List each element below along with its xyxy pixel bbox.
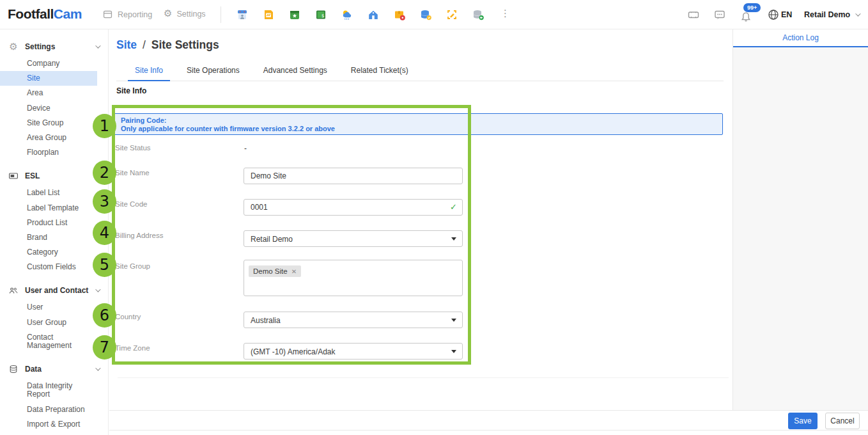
time-zone-value: (GMT -10) America/Adak	[251, 347, 335, 356]
site-group-tag: Demo Site ✕	[249, 265, 301, 277]
sidebar-header-user-contact[interactable]: User and Contact	[0, 281, 108, 300]
caret-down-icon	[451, 319, 456, 322]
pairing-code-notice-title: Pairing Code:	[121, 116, 716, 125]
footfallcam-logo[interactable]: FootfallCam	[8, 6, 82, 22]
package-icon[interactable]	[393, 8, 406, 21]
chat-icon[interactable]	[713, 8, 726, 21]
sidebar-item-floorplan[interactable]: Floorplan	[0, 145, 97, 160]
caret-down-icon	[451, 237, 456, 241]
chevron-down-icon	[95, 43, 100, 48]
sidebar-header-settings[interactable]: ⚙ Settings	[0, 37, 108, 56]
site-group-label: Site Group	[115, 262, 150, 270]
image-dollar-icon[interactable]: $	[314, 8, 327, 21]
annotation-circle-1: 1	[93, 114, 116, 138]
cancel-button[interactable]: Cancel	[825, 413, 860, 429]
site-group-tag-label: Demo Site	[253, 267, 288, 275]
top-bar: FootfallCam Reporting ⚙ Settings $ ⋮ 99+…	[0, 0, 868, 29]
sidebar-header-data[interactable]: Data	[0, 360, 108, 379]
sidebar-item-site[interactable]: Site	[0, 71, 97, 86]
sidebar-item-data-preparation[interactable]: Data Preparation	[0, 402, 97, 417]
calendar-icon[interactable]	[288, 8, 301, 21]
tab-related-tickets[interactable]: Related Ticket(s)	[344, 61, 415, 81]
globe-icon[interactable]	[767, 8, 780, 21]
section-title-site-info: Site Info	[116, 86, 146, 95]
annotation-circle-6: 6	[93, 303, 116, 328]
ticket-icon[interactable]	[687, 8, 700, 21]
label-icon	[8, 171, 19, 181]
database-icon	[8, 364, 19, 374]
breadcrumb-separator: /	[140, 38, 148, 51]
site-code-label: Site Code	[115, 200, 148, 208]
sidebar-header-label: User and Contact	[25, 286, 88, 295]
nav-settings[interactable]: ⚙ Settings	[164, 9, 206, 19]
sidebar-section-esl: ESL Label List Label Template Product Li…	[0, 166, 108, 274]
sidebar-header-esl[interactable]: ESL	[0, 166, 108, 186]
sidebar-item-category[interactable]: Category	[0, 245, 97, 260]
caret-down-icon	[451, 350, 456, 353]
country-select[interactable]: Australia	[244, 312, 463, 328]
time-zone-label: Time Zone	[115, 344, 150, 352]
reporting-icon	[102, 9, 113, 20]
sidebar-section-settings: ⚙ Settings Company Site Area Device Site…	[0, 37, 108, 160]
sidebar-item-label-list[interactable]: Label List	[0, 186, 97, 200]
sidebar-item-data-integrity-report[interactable]: Data Integrity Report	[0, 379, 97, 402]
language-selector[interactable]: EN	[781, 10, 792, 19]
annotation-circle-5: 5	[93, 253, 116, 277]
sidebar-item-import[interactable]: Import	[0, 432, 97, 435]
nav-settings-label: Settings	[176, 10, 205, 19]
action-log-panel: Action Log	[732, 29, 868, 410]
svg-text:$: $	[322, 13, 324, 19]
sidebar-item-import-export[interactable]: Import & Export	[0, 417, 97, 432]
chevron-down-icon	[95, 366, 100, 371]
account-menu[interactable]: Retail Demo	[804, 10, 859, 19]
action-log-tab[interactable]: Action Log	[733, 29, 868, 47]
content-divider	[118, 377, 729, 378]
site-name-label: Site Name	[115, 169, 150, 177]
gear-icon: ⚙	[8, 42, 19, 52]
grid-edit-icon[interactable]	[446, 8, 458, 21]
breadcrumb: Site / Site Settings	[116, 38, 219, 52]
store-icon[interactable]	[236, 8, 249, 21]
weather-icon[interactable]	[341, 8, 353, 21]
sidebar-header-label: Data	[25, 365, 42, 374]
footer-bar: Save Cancel	[109, 410, 868, 431]
sidebar-item-user[interactable]: User	[0, 300, 97, 315]
site-group-multiselect[interactable]: Demo Site ✕	[244, 260, 463, 296]
sidebar-item-contact-management[interactable]: Contact Management	[0, 330, 97, 353]
tab-site-info[interactable]: Site Info	[128, 61, 170, 81]
nav-reporting-label: Reporting	[118, 10, 152, 19]
home-icon[interactable]	[367, 8, 380, 21]
topbar-divider	[221, 6, 221, 23]
gear-icon: ⚙	[164, 9, 172, 19]
tag-remove-icon[interactable]: ✕	[291, 268, 297, 275]
pairing-code-notice-body: Only applicable for counter with firmwar…	[121, 125, 716, 133]
more-apps-icon[interactable]: ⋮	[500, 8, 510, 19]
report-icon[interactable]	[262, 8, 275, 21]
sidebar-item-user-group[interactable]: User Group	[0, 315, 97, 330]
sidebar-item-label-template[interactable]: Label Template	[0, 201, 97, 216]
billing-address-value: Retail Demo	[251, 235, 293, 244]
sidebar-item-device[interactable]: Device	[0, 101, 97, 116]
save-button[interactable]: Save	[788, 413, 818, 429]
nav-reporting[interactable]: Reporting	[102, 9, 152, 20]
tab-advanced-settings[interactable]: Advanced Settings	[256, 61, 334, 81]
sidebar-item-product-list[interactable]: Product List	[0, 216, 97, 230]
tab-site-operations[interactable]: Site Operations	[180, 61, 247, 81]
sidebar-header-label: Settings	[25, 42, 55, 51]
sidebar-item-area[interactable]: Area	[0, 86, 97, 100]
sidebar-item-custom-fields[interactable]: Custom Fields	[0, 260, 97, 274]
sidebar-item-company[interactable]: Company	[0, 56, 97, 71]
sidebar-item-brand[interactable]: Brand	[0, 230, 97, 245]
time-zone-select[interactable]: (GMT -10) America/Adak	[244, 343, 463, 360]
site-code-input[interactable]	[244, 199, 463, 216]
billing-address-select[interactable]: Retail Demo	[244, 230, 463, 247]
sidebar-section-user-contact: User and Contact User User Group Contact…	[0, 281, 108, 353]
site-name-input[interactable]	[244, 168, 463, 184]
database-import-icon[interactable]	[472, 8, 484, 21]
sidebar-item-area-group[interactable]: Area Group	[0, 130, 97, 145]
notification-badge[interactable]: 99+	[743, 3, 761, 12]
logo-text-cam: Cam	[54, 6, 82, 21]
database-icon[interactable]	[419, 8, 432, 21]
sidebar-item-site-group[interactable]: Site Group	[0, 116, 97, 130]
breadcrumb-site-link[interactable]: Site	[116, 38, 137, 51]
